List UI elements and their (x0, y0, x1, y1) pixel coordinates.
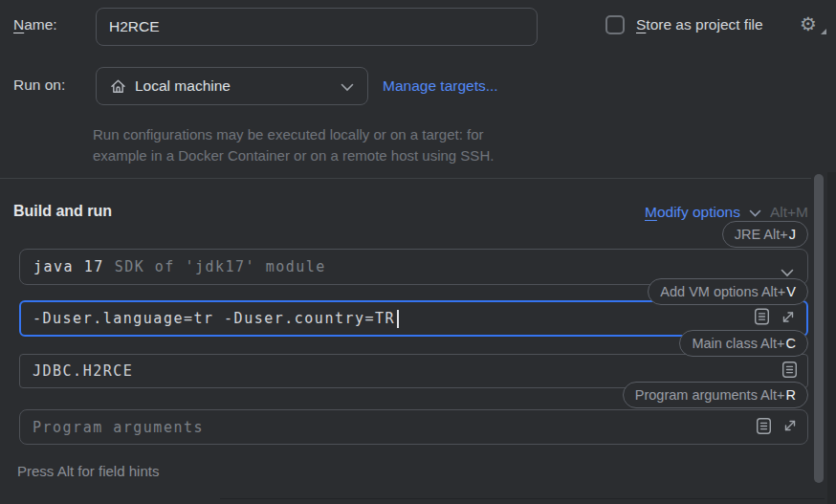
store-as-project-label[interactable]: Store as project file (636, 16, 763, 33)
manage-targets-link[interactable]: Manage targets... (383, 77, 498, 95)
bottom-divider (220, 498, 825, 499)
program-args-hint-badge: Program arguments Alt+R (623, 382, 808, 408)
vm-options-value: -Duser.language=tr -Duser.country=TR (33, 310, 395, 327)
vm-options-hint-badge: Add VM options Alt+V (648, 278, 808, 305)
run-on-value: Local machine (135, 77, 231, 95)
program-args-expand-field-icon[interactable] (782, 418, 798, 436)
program-args-macros-list-icon[interactable] (756, 417, 772, 438)
modify-options-row: Modify options Alt+M (645, 204, 808, 221)
name-label: Name: (13, 16, 57, 33)
section-divider (0, 178, 811, 179)
modify-options-shortcut: Alt+M (770, 204, 808, 221)
program-args-input[interactable] (19, 409, 808, 445)
store-as-project-checkbox[interactable] (605, 15, 625, 34)
text-caret (397, 310, 399, 328)
name-field-wrap (96, 8, 538, 46)
alt-hint-text: Press Alt for field hints (17, 463, 159, 479)
store-settings-button[interactable]: ⚙ (800, 12, 825, 37)
name-input[interactable] (96, 8, 538, 46)
run-configuration-panel: Name: Store as project file ⚙ Run on: Lo… (0, 0, 836, 504)
vertical-scrollbar-thumb[interactable] (814, 174, 824, 483)
vm-expand-field-icon[interactable] (781, 309, 796, 328)
jre-value: java 17 (33, 258, 104, 275)
modify-options-link[interactable]: Modify options (645, 204, 740, 221)
build-and-run-title: Build and run (13, 203, 112, 220)
run-on-select[interactable]: Local machine (96, 67, 368, 105)
main-class-browse-list-icon[interactable] (781, 361, 798, 382)
modify-options-chevron-icon (749, 209, 761, 218)
gear-icon: ⚙ (800, 12, 817, 35)
gear-dropdown-triangle-icon (821, 29, 826, 34)
jre-hint-badge: JRE Alt+J (722, 221, 808, 248)
jre-description: SDK of 'jdk17' module (115, 258, 326, 275)
chevron-down-icon (341, 78, 354, 95)
home-icon (110, 78, 126, 95)
run-on-label: Run on: (13, 77, 65, 94)
main-class-hint-badge: Main class Alt+C (679, 330, 808, 357)
vm-macros-list-icon[interactable] (754, 308, 770, 330)
run-on-help-text: Run configurations may be executed local… (93, 124, 590, 165)
right-edge-strip (827, 172, 836, 504)
program-args-field-wrap (19, 409, 808, 445)
